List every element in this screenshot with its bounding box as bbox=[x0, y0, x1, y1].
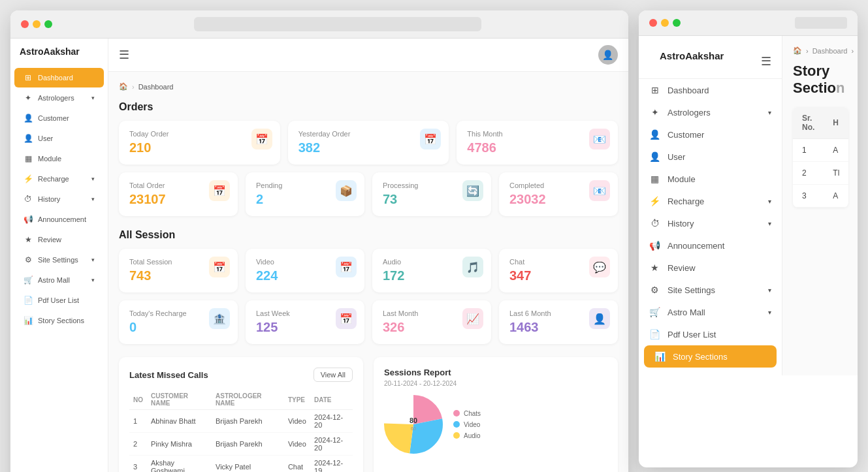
maximize-button[interactable] bbox=[44, 20, 52, 28]
stat-card: Last Week 125 📅 bbox=[246, 300, 364, 344]
w2-app-layout: AstroAakshar ☰ ⊞ Dashboard ✦ Astrologers… bbox=[639, 36, 858, 375]
stat-card: This Month 4786 📧 bbox=[457, 121, 618, 165]
w2-sidebar-item-customer[interactable]: 👤 Customer bbox=[639, 123, 782, 146]
stat-label: Today Order bbox=[129, 130, 270, 138]
url-bar-container bbox=[57, 17, 618, 31]
w2-icon-history: ⏱ bbox=[649, 218, 661, 228]
sidebar-item-astro-mall[interactable]: 🛒 Astro Mall ▾ bbox=[14, 270, 104, 290]
sidebar-item-pdf-user-list[interactable]: 📄 Pdf User List bbox=[14, 291, 104, 310]
w2-sidebar-item-review[interactable]: ★ Review bbox=[639, 257, 782, 279]
sidebar-item-history[interactable]: ⏱ History ▾ bbox=[14, 189, 104, 209]
legend-item: Audio bbox=[453, 432, 481, 439]
col-customer: CUSTOMER NAME bbox=[147, 390, 212, 410]
sidebar-item-dashboard[interactable]: ⊞ Dashboard bbox=[14, 68, 104, 87]
stat-icon: 📅 bbox=[251, 129, 272, 149]
w2-sidebar-item-astro-mall[interactable]: 🛒 Astro Mall ▾ bbox=[639, 301, 782, 323]
w2-sidebar-item-pdf-user-list[interactable]: 📄 Pdf User List bbox=[639, 323, 782, 345]
w2-sidebar-item-recharge[interactable]: ⚡ Recharge ▾ bbox=[639, 190, 782, 212]
w2-label-review: Review bbox=[667, 263, 696, 273]
w2-home-icon[interactable]: 🏠 bbox=[793, 46, 802, 55]
cell-type: Chat bbox=[284, 456, 310, 473]
w2-label-announcement: Announcement bbox=[667, 241, 724, 251]
w2-table-row: 2 Tl bbox=[793, 162, 848, 185]
cell-astrologer[interactable]: Vicky Patel bbox=[212, 456, 284, 473]
w2-maximize-button[interactable] bbox=[673, 19, 681, 27]
sidebar-icon-astrologers: ✦ bbox=[24, 93, 33, 102]
url-bar[interactable] bbox=[194, 17, 481, 31]
cell-astrologer[interactable]: Brijash Parekh bbox=[212, 410, 284, 433]
home-icon[interactable]: 🏠 bbox=[119, 82, 128, 91]
stat-label: Yesterday Order bbox=[298, 130, 439, 138]
minimize-button[interactable] bbox=[33, 20, 40, 28]
w2-page-title: Story Section bbox=[793, 63, 847, 97]
w2-label-site-settings: Site Settings bbox=[667, 285, 715, 295]
legend-dot bbox=[453, 421, 460, 428]
stat-card: Video 224 📅 bbox=[246, 249, 364, 292]
avatar[interactable]: 👤 bbox=[598, 45, 618, 65]
sidebar-icon-module: ▦ bbox=[24, 154, 33, 163]
stat-card: Yesterday Order 382 📅 bbox=[288, 121, 449, 165]
w2-icon-astrologers: ✦ bbox=[649, 107, 661, 118]
cell-date: 2024-12-20 bbox=[310, 410, 353, 433]
cell-customer[interactable]: Pinky Mishra bbox=[147, 433, 212, 456]
w2-sidebar-item-module[interactable]: ▦ Module bbox=[639, 168, 782, 190]
w2-sidebar-item-dashboard[interactable]: ⊞ Dashboard bbox=[639, 79, 782, 101]
w2-icon-recharge: ⚡ bbox=[649, 196, 661, 206]
sidebar-item-customer[interactable]: 👤 Customer bbox=[14, 108, 104, 128]
w2-sidebar-item-site-settings[interactable]: ⚙ Site Settings ▾ bbox=[639, 279, 782, 301]
w2-sidebar-item-user[interactable]: 👤 User bbox=[639, 146, 782, 168]
sidebar-item-announcement[interactable]: 📢 Announcement bbox=[14, 210, 104, 229]
w2-sidebar-item-astrologers[interactable]: ✦ Astrologers ▾ bbox=[639, 101, 782, 123]
legend-item: Chats bbox=[453, 410, 481, 417]
w2-sidebar-item-announcement[interactable]: 📢 Announcement bbox=[639, 234, 782, 257]
w2-label-astro-mall: Astro Mall bbox=[667, 307, 705, 317]
w2-chevron-astrologers: ▾ bbox=[768, 109, 771, 116]
sidebar-icon-pdf-user-list: 📄 bbox=[24, 296, 33, 305]
w2-minimize-button[interactable] bbox=[661, 19, 669, 27]
main-content: 🏠 › Dashboard Orders Today Order 210 📅 Y… bbox=[108, 72, 628, 472]
w2-label-user: User bbox=[667, 152, 685, 162]
sidebar-label-recharge: Recharge bbox=[38, 175, 69, 183]
w2-icon-announcement: 📢 bbox=[649, 240, 661, 251]
main-window: AstroAakshar ⊞ Dashboard ✦ Astrologers ▾… bbox=[10, 10, 628, 472]
orders-top-cards: Today Order 210 📅 Yesterday Order 382 📅 … bbox=[119, 121, 618, 165]
chevron-history: ▾ bbox=[91, 196, 95, 202]
cell-customer[interactable]: Akshay Goshwami bbox=[147, 456, 212, 473]
sidebar-label-astrologers: Astrologers bbox=[38, 94, 74, 102]
sidebar-item-recharge[interactable]: ⚡ Recharge ▾ bbox=[14, 169, 104, 189]
app-layout: AstroAakshar ⊞ Dashboard ✦ Astrologers ▾… bbox=[10, 39, 628, 472]
sidebar: AstroAakshar ⊞ Dashboard ✦ Astrologers ▾… bbox=[10, 39, 108, 472]
cell-customer[interactable]: Abhinav Bhatt bbox=[147, 410, 212, 433]
sidebar-item-user[interactable]: 👤 User bbox=[14, 129, 104, 148]
stat-icon: 📅 bbox=[209, 180, 230, 201]
missed-calls-view-all[interactable]: View All bbox=[313, 368, 353, 382]
traffic-lights bbox=[21, 20, 52, 28]
w2-icon-module: ▦ bbox=[649, 174, 661, 184]
menu-toggle[interactable]: ☰ bbox=[119, 48, 129, 62]
stat-icon: 🎵 bbox=[462, 257, 483, 277]
chevron-astrologers: ▾ bbox=[91, 95, 95, 101]
w2-label-story-sections: Story Sections bbox=[673, 352, 728, 362]
w2-label-astrologers: Astrologers bbox=[667, 108, 711, 118]
col-date: DATE bbox=[310, 390, 353, 410]
sidebar-icon-review: ★ bbox=[24, 235, 33, 244]
w2-menu-toggle[interactable]: ☰ bbox=[761, 54, 771, 69]
w2-table: Sr. No. H 1 A 2 Tl 3 A bbox=[793, 107, 848, 208]
sidebar-item-story-sections[interactable]: 📊 Story Sections bbox=[14, 311, 104, 330]
sidebar-item-review[interactable]: ★ Review bbox=[14, 230, 104, 249]
sidebar-icon-user: 👤 bbox=[24, 134, 33, 143]
sidebar-item-site-settings[interactable]: ⚙ Site Settings ▾ bbox=[14, 250, 104, 270]
w2-sep2: › bbox=[851, 47, 854, 55]
sidebar-item-astrologers[interactable]: ✦ Astrologers ▾ bbox=[14, 88, 104, 108]
w2-sidebar-item-story-sections[interactable]: 📊 Story Sections bbox=[644, 345, 777, 368]
sidebar-item-module[interactable]: ▦ Module bbox=[14, 149, 104, 168]
w2-close-button[interactable] bbox=[649, 19, 657, 27]
w2-sidebar-item-history[interactable]: ⏱ History ▾ bbox=[639, 212, 782, 234]
stat-icon: 🔄 bbox=[462, 180, 483, 201]
header-bar: ☰ 👤 bbox=[108, 39, 628, 72]
orders-section-title: Orders bbox=[119, 101, 618, 113]
w2-tbody: 1 A 2 Tl 3 A bbox=[793, 139, 848, 208]
title-bar bbox=[10, 10, 628, 39]
cell-astrologer[interactable]: Brijash Parekh bbox=[212, 433, 284, 456]
close-button[interactable] bbox=[21, 20, 29, 28]
